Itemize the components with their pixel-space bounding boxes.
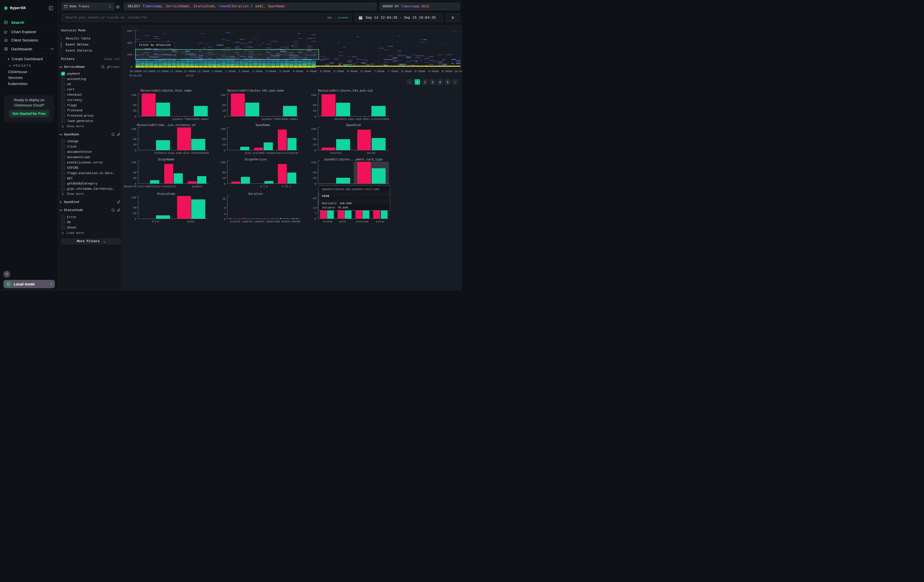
svg-text:8: 8	[224, 206, 226, 209]
svg-text:50: 50	[313, 171, 316, 174]
svg-text:25: 25	[313, 143, 316, 146]
svg-text:7:00am: 7:00am	[374, 69, 384, 73]
svg-text:25: 25	[313, 109, 316, 112]
svg-text:25: 25	[313, 176, 316, 180]
svg-text:16: 16	[222, 197, 226, 200]
svg-text:1386792: 1386792	[242, 220, 253, 223]
svg-text:5e02b5fb-13ae-4296-bbbc-111f42: 5e02b5fb-13ae-4296-bbbc-111f423c460d	[334, 118, 389, 121]
svg-text:platinum: platinum	[356, 220, 368, 223]
svg-text:0: 0	[315, 217, 316, 220]
svg-text:1:00am: 1:00am	[211, 69, 222, 73]
svg-text:25: 25	[133, 143, 136, 146]
svg-text:100: 100	[131, 93, 136, 97]
svg-text:10:30pm: 10:30pm	[143, 69, 155, 73]
svg-text:@hyperdx/instrumentation-excep: @hyperdx/instrumentation-exception	[124, 185, 176, 188]
svg-text:ResourceAttributes.k8s.pod.nam: ResourceAttributes.k8s.pod.name	[228, 89, 284, 92]
svg-text:25: 25	[133, 176, 136, 180]
svg-text:100: 100	[311, 93, 316, 97]
svg-text:400: 400	[127, 41, 132, 45]
svg-text:5:30am: 5:30am	[333, 69, 344, 73]
svg-text:ScopeName: ScopeName	[158, 158, 174, 162]
svg-text:25: 25	[222, 143, 226, 146]
svg-text:8:00am: 8:00am	[401, 69, 412, 73]
svg-text:100: 100	[311, 127, 316, 130]
svg-text:50: 50	[222, 137, 226, 141]
svg-text:6:00am: 6:00am	[347, 69, 358, 73]
svg-text:100: 100	[131, 127, 136, 130]
svg-text:0.51.1: 0.51.1	[282, 185, 291, 188]
svg-text:Internal: Internal	[330, 152, 342, 155]
svg-text:silver: silver	[376, 220, 385, 223]
svg-text:12:30am: 12:30am	[197, 69, 209, 73]
svg-text:9/14/25: 9/14/25	[129, 74, 142, 77]
svg-text:0.1.0: 0.1.0	[260, 185, 268, 188]
svg-text:50: 50	[133, 137, 136, 141]
svg-text:10:00am: 10:00am	[454, 69, 462, 73]
svg-text:0: 0	[135, 149, 136, 152]
svg-text:0: 0	[224, 149, 226, 152]
svg-text:999356: 999356	[291, 220, 300, 223]
svg-text:gold: gold	[340, 220, 346, 223]
svg-text:50: 50	[133, 104, 136, 107]
svg-text:1600267: 1600267	[254, 220, 265, 223]
svg-text:9:30am: 9:30am	[442, 69, 452, 73]
svg-text:600: 600	[127, 30, 132, 33]
svg-text:5:00am: 5:00am	[320, 69, 330, 73]
svg-text:0: 0	[135, 218, 136, 221]
svg-text:0: 0	[315, 149, 316, 152]
svg-text:12:00am: 12:00am	[183, 69, 196, 73]
svg-text:ScopeVersion: ScopeVersion	[245, 158, 266, 162]
svg-text:100: 100	[311, 161, 316, 164]
svg-text:0: 0	[224, 218, 226, 221]
svg-text:Unset: Unset	[187, 220, 195, 223]
svg-text:0: 0	[135, 115, 136, 118]
svg-text:3:00am: 3:00am	[266, 69, 276, 73]
svg-text:8:30am: 8:30am	[415, 69, 425, 73]
svg-text:4: 4	[224, 212, 226, 216]
svg-text:28: 28	[313, 196, 316, 200]
svg-text:10:00pm: 10:00pm	[129, 69, 142, 73]
svg-text:SpanKind: SpanKind	[346, 124, 361, 127]
svg-text:7:30am: 7:30am	[388, 69, 398, 73]
svg-text:100: 100	[220, 127, 226, 130]
svg-text:Duration: Duration	[248, 192, 263, 196]
svg-text:25: 25	[133, 109, 136, 112]
svg-text:0: 0	[315, 115, 316, 118]
svg-text:200027900: 200027900	[266, 220, 280, 223]
svg-text:11:00pm: 11:00pm	[156, 69, 168, 73]
svg-text:0: 0	[130, 66, 132, 69]
svg-text:1:30am: 1:30am	[225, 69, 236, 73]
svg-text:payment-7985c8969c-mwmw7: payment-7985c8969c-mwmw7	[173, 118, 209, 121]
svg-text:25: 25	[222, 176, 226, 180]
svg-text:2:30am: 2:30am	[252, 69, 262, 73]
svg-text:Error: Error	[152, 220, 160, 223]
svg-text:payment: payment	[192, 185, 202, 188]
svg-text:payment-7985c8969c-mwmw7: payment-7985c8969c-mwmw7	[262, 118, 298, 121]
svg-text:25: 25	[133, 211, 136, 215]
svg-text:StatusCode: StatusCode	[157, 192, 175, 196]
svg-text:0: 0	[224, 182, 226, 185]
svg-text:ResourceAttribu..ice.instance.: ResourceAttribu..ice.instance.id	[137, 124, 195, 127]
svg-text:50: 50	[313, 137, 316, 141]
svg-text:100: 100	[220, 93, 226, 97]
svg-text:0: 0	[224, 115, 226, 118]
svg-text:200: 200	[127, 53, 132, 56]
svg-text:SpanName: SpanName	[256, 124, 270, 127]
svg-text:7: 7	[315, 211, 316, 215]
svg-text:100: 100	[220, 161, 226, 164]
svg-text:ResourceAttributes.k8s.pod.uid: ResourceAttributes.k8s.pod.uid	[318, 89, 373, 92]
svg-text:584623: 584623	[281, 220, 290, 223]
svg-text:100: 100	[131, 161, 136, 164]
svg-text:6:30am: 6:30am	[361, 69, 371, 73]
svg-text:4:00am: 4:00am	[293, 69, 304, 73]
svg-text:50: 50	[133, 206, 136, 209]
svg-text:3:30am: 3:30am	[279, 69, 290, 73]
svg-text:11:30pm: 11:30pm	[170, 69, 182, 73]
svg-text:grpc.oteldemo.PaymentService/C: grpc.oteldemo.PaymentService/Charge	[245, 152, 298, 155]
svg-text:0: 0	[135, 182, 136, 185]
svg-text:1141978: 1141978	[230, 220, 240, 223]
svg-text:4:30am: 4:30am	[306, 69, 317, 73]
svg-text:2:00am: 2:00am	[239, 69, 249, 73]
svg-text:0: 0	[315, 182, 316, 185]
svg-text:50: 50	[313, 104, 316, 107]
